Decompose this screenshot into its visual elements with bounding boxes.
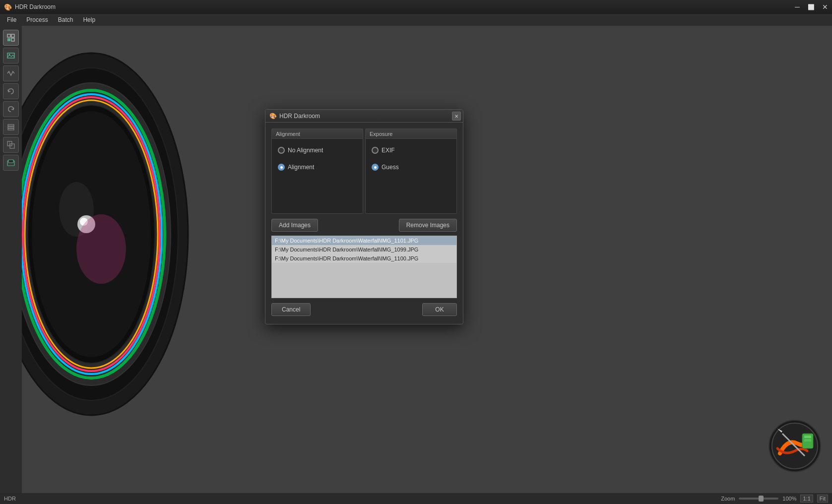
export-button[interactable] <box>3 155 19 171</box>
exif-option[interactable]: EXIF <box>372 147 450 154</box>
close-button[interactable]: ✕ <box>818 0 832 14</box>
svg-rect-7 <box>8 126 14 128</box>
file-list[interactable]: F:\My Documents\HDR Darkroom\Waterfall\I… <box>271 236 457 298</box>
svg-rect-3 <box>11 38 14 41</box>
exposure-panel-body: EXIF Guess <box>366 139 456 213</box>
menu-help[interactable]: Help <box>78 15 100 25</box>
svg-rect-2 <box>7 38 10 41</box>
svg-rect-6 <box>8 125 14 126</box>
svg-rect-30 <box>804 436 811 438</box>
panels-row: Alignment No Alignment Alignment <box>271 128 457 214</box>
titlebar-icon: 🎨 <box>4 3 12 11</box>
exif-radio[interactable] <box>372 147 379 154</box>
dialog-close-button[interactable]: ✕ <box>452 112 461 121</box>
menu-batch[interactable]: Batch <box>53 15 78 25</box>
svg-rect-0 <box>7 34 10 37</box>
wave-tool-button[interactable] <box>3 65 19 81</box>
no-alignment-label: No Alignment <box>288 147 323 154</box>
file-item-0[interactable]: F:\My Documents\HDR Darkroom\Waterfall\I… <box>272 236 456 245</box>
undo-button[interactable] <box>3 83 19 99</box>
svg-rect-8 <box>8 128 14 130</box>
grid-tool-button[interactable] <box>3 30 19 46</box>
statusbar-right: Zoom 100% 1:1 Fit <box>721 495 828 503</box>
titlebar-controls: ─ ⬜ ✕ <box>790 0 832 14</box>
svg-rect-31 <box>804 439 811 441</box>
layers-button[interactable] <box>3 119 19 135</box>
redo-button[interactable] <box>3 101 19 117</box>
menubar: File Process Batch Help <box>0 14 832 26</box>
fit-label[interactable]: Fit <box>817 495 828 503</box>
minimize-button[interactable]: ─ <box>790 0 804 14</box>
guess-radio[interactable] <box>372 164 379 171</box>
svg-rect-13 <box>8 160 13 163</box>
statusbar-hdr-label: HDR <box>4 496 16 502</box>
svg-rect-32 <box>804 442 811 445</box>
dialog-titlebar: 🎨 HDR Darkroom ✕ <box>265 110 463 123</box>
clone-button[interactable] <box>3 137 19 153</box>
dialog-title: HDR Darkroom <box>279 113 320 120</box>
add-images-button[interactable]: Add Images <box>271 219 318 232</box>
titlebar: 🎨 HDR Darkroom ─ ⬜ ✕ <box>0 0 832 14</box>
statusbar: HDR Zoom 100% 1:1 Fit <box>0 493 832 504</box>
image-tool-button[interactable] <box>3 48 19 63</box>
svg-rect-1 <box>11 34 14 37</box>
file-list-empty-area <box>272 263 456 298</box>
cancel-button[interactable]: Cancel <box>271 303 311 316</box>
exposure-panel-header: Exposure <box>366 129 456 139</box>
no-alignment-radio[interactable] <box>278 147 285 154</box>
alignment-panel: Alignment No Alignment Alignment <box>271 128 363 214</box>
ratio-label[interactable]: 1:1 <box>800 495 813 503</box>
lens-background <box>22 41 191 428</box>
guess-label: Guess <box>382 164 399 171</box>
file-item-2[interactable]: F:\My Documents\HDR Darkroom\Waterfall\I… <box>272 254 456 263</box>
zoom-slider[interactable] <box>739 498 778 500</box>
main-area: 🎨 HDR Darkroom ✕ Alignment No Alignment <box>22 26 832 493</box>
menu-file[interactable]: File <box>2 15 21 25</box>
remove-images-button[interactable]: Remove Images <box>399 219 457 232</box>
svg-point-26 <box>76 214 126 284</box>
action-buttons-row: Add Images Remove Images <box>271 219 457 232</box>
alignment-radio[interactable] <box>278 164 285 171</box>
file-item-1[interactable]: F:\My Documents\HDR Darkroom\Waterfall\I… <box>272 245 456 254</box>
app-logo <box>768 419 822 473</box>
dialog: 🎨 HDR Darkroom ✕ Alignment No Alignment <box>265 109 463 324</box>
ok-button[interactable]: OK <box>422 303 457 316</box>
alignment-label: Alignment <box>288 164 314 171</box>
exif-label: EXIF <box>382 147 395 154</box>
no-alignment-option[interactable]: No Alignment <box>278 147 357 154</box>
alignment-option[interactable]: Alignment <box>278 164 357 171</box>
dialog-footer: Cancel OK <box>271 303 457 318</box>
zoom-value: 100% <box>782 496 796 502</box>
dialog-title-icon: 🎨 <box>269 113 277 120</box>
exposure-panel: Exposure EXIF Guess <box>365 128 457 214</box>
alignment-panel-body: No Alignment Alignment <box>272 139 363 213</box>
alignment-panel-header: Alignment <box>272 129 363 139</box>
zoom-slider-thumb[interactable] <box>759 496 764 502</box>
titlebar-title: HDR Darkroom <box>15 3 56 10</box>
maximize-button[interactable]: ⬜ <box>804 0 818 14</box>
left-toolbar <box>0 26 22 493</box>
menu-process[interactable]: Process <box>21 15 53 25</box>
zoom-label: Zoom <box>721 496 735 502</box>
dialog-body: Alignment No Alignment Alignment <box>265 123 463 324</box>
guess-option[interactable]: Guess <box>372 164 450 171</box>
